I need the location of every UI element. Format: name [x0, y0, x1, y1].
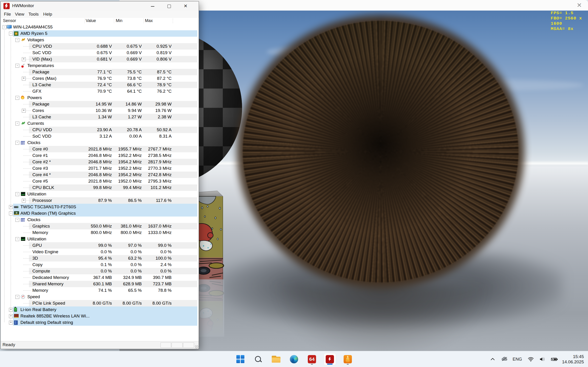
- close-button[interactable]: ✕: [179, 1, 193, 11]
- sensor-row[interactable]: 3D 95.4 % 63.2 % 100.0 %: [1, 255, 199, 261]
- sensor-row[interactable]: L3 Cache 72.4 °C 66.6 °C 78.9 °C: [1, 82, 199, 88]
- file-explorer-button[interactable]: [270, 353, 282, 365]
- menu-tools[interactable]: Tools: [27, 11, 40, 18]
- expander-icon[interactable]: +: [22, 57, 26, 61]
- battery-charging-icon[interactable]: [551, 356, 556, 362]
- sensor-row[interactable]: Core #0 2021.8 MHz 1955.7 MHz 2767.7 MHz: [1, 146, 199, 152]
- expander-icon[interactable]: -: [15, 38, 19, 42]
- sensor-row[interactable]: - Powers: [1, 94, 199, 101]
- expander-icon[interactable]: +: [22, 77, 26, 81]
- sensor-row[interactable]: L3 Cache 1.34 W 1.27 W 2.38 W: [1, 114, 199, 120]
- furmark-button[interactable]: [342, 353, 354, 365]
- expander-icon[interactable]: -: [15, 122, 19, 125]
- sensor-row[interactable]: - Speed: [1, 294, 199, 300]
- col-min[interactable]: Min: [116, 18, 122, 24]
- onedrive-cloud-icon[interactable]: [501, 356, 507, 362]
- sensor-row[interactable]: Core #4 * 2046.8 MHz 1954.2 MHz 2742.8 M…: [1, 172, 199, 178]
- sensor-row[interactable]: Graphics 550.0 MHz 381.0 MHz 1637.0 MHz: [1, 223, 199, 229]
- expander-icon[interactable]: -: [15, 295, 19, 299]
- sensor-row[interactable]: - AMD Radeon (TM) Graphics: [1, 210, 199, 217]
- expander-icon[interactable]: -: [15, 96, 19, 100]
- sensor-row[interactable]: GFX 70.9 °C 64.1 °C 76.2 °C: [1, 88, 199, 94]
- menu-view[interactable]: View: [14, 11, 26, 18]
- expander-icon[interactable]: -: [2, 25, 6, 29]
- col-value[interactable]: Value: [86, 18, 96, 24]
- expander-icon[interactable]: +: [9, 205, 13, 209]
- sensor-row[interactable]: CPU BCLK 99.8 MHz 99.4 MHz 101.2 MHz: [1, 184, 199, 191]
- start-button[interactable]: [234, 353, 246, 365]
- sensor-row[interactable]: + Li-ion Real Battery: [1, 307, 199, 313]
- expander-icon[interactable]: -: [15, 237, 19, 241]
- column-divider[interactable]: [173, 18, 173, 23]
- sensor-row[interactable]: - Voltages: [1, 37, 199, 43]
- tray-chevron-up-icon[interactable]: [490, 356, 496, 362]
- close-icon[interactable]: ✕: [575, 1, 584, 9]
- expander-icon[interactable]: -: [9, 211, 13, 215]
- sensor-row[interactable]: GPU 99.0 % 97.0 % 99.0 %: [1, 242, 199, 249]
- sensor-row[interactable]: Memory 74.1 % 65.5 % 78.8 %: [1, 287, 199, 294]
- sensor-row[interactable]: - Utilization: [1, 191, 199, 197]
- sensor-row[interactable]: + Cores 10.36 W 9.94 W 19.76 W: [1, 107, 199, 114]
- expander-icon[interactable]: +: [9, 314, 13, 318]
- expander-icon[interactable]: +: [9, 308, 13, 312]
- column-header[interactable]: Sensor Value Min Max: [1, 18, 199, 24]
- expander-icon[interactable]: +: [22, 199, 26, 202]
- expander-icon[interactable]: +: [9, 321, 13, 325]
- sensor-row[interactable]: SoC VDD 0.675 V 0.669 V 0.819 V: [1, 50, 199, 56]
- sensor-row[interactable]: Core #3 2071.7 MHz 1952.2 MHz 2770.3 MHz: [1, 165, 199, 172]
- sensor-row[interactable]: Video Engine 0.0 % 0.0 % 0.0 %: [1, 249, 199, 255]
- sensor-row[interactable]: PCIe Link Speed 8.00 GT/s 8.00 GT/s 8.00…: [1, 300, 199, 307]
- sensor-row[interactable]: - Clocks: [1, 217, 199, 223]
- expander-icon[interactable]: -: [15, 218, 19, 222]
- sensor-row[interactable]: Package 14.95 W 14.86 W 29.98 W: [1, 101, 199, 107]
- column-divider[interactable]: [85, 18, 85, 23]
- sensor-row[interactable]: - Clocks: [1, 140, 199, 146]
- sensor-row[interactable]: + Default string Default string: [1, 319, 199, 326]
- expander-icon[interactable]: -: [9, 32, 13, 35]
- maximize-button[interactable]: [162, 1, 176, 11]
- sensor-row[interactable]: Dedicated Memory 367.4 MB 324.9 MB 390.7…: [1, 274, 199, 281]
- language-indicator[interactable]: ENG: [513, 357, 522, 362]
- search-button[interactable]: [252, 353, 264, 365]
- sensor-row[interactable]: - WIN-L2A48AM4C55: [1, 24, 199, 30]
- expander-icon[interactable]: -: [15, 64, 19, 68]
- sensor-row[interactable]: - Currents: [1, 120, 199, 127]
- sensor-row[interactable]: + Processor 87.9 % 86.5 % 117.6 %: [1, 197, 199, 204]
- sensor-row[interactable]: Shared Memory 630.1 MB 628.9 MB 723.7 MB: [1, 281, 199, 287]
- sensor-row[interactable]: + Realtek 8852BE Wireless LAN Wi...: [1, 313, 199, 319]
- resize-grip[interactable]: [195, 345, 199, 349]
- sensor-row[interactable]: Memory 800.0 MHz 800.0 MHz 1333.0 MHz: [1, 229, 199, 236]
- sensor-row[interactable]: Compute 0.0 % 0.0 % 0.0 %: [1, 268, 199, 274]
- minimize-button[interactable]: [145, 1, 160, 11]
- sensor-row[interactable]: Core #5 2021.8 MHz 1952.0 MHz 2795.3 MHz: [1, 178, 199, 184]
- sensor-row[interactable]: - Temperatures: [1, 62, 199, 69]
- col-max[interactable]: Max: [145, 18, 153, 24]
- volume-icon[interactable]: [539, 356, 545, 362]
- sensor-row[interactable]: CPU VDD 23.90 A 20.78 A 50.92 A: [1, 127, 199, 133]
- sensor-row[interactable]: CPU VDD 0.688 V 0.675 V 0.925 V: [1, 43, 199, 50]
- cpu-z-button[interactable]: 64: [306, 353, 318, 365]
- titlebar[interactable]: HWMonitor ✕: [1, 1, 199, 11]
- expander-icon[interactable]: -: [15, 192, 19, 196]
- sensor-row[interactable]: Core #1 2046.8 MHz 1952.2 MHz 2738.5 MHz: [1, 152, 199, 159]
- wifi-icon[interactable]: [527, 356, 534, 362]
- sensor-row[interactable]: + Cores (Max) 76.9 °C 73.8 °C 87.2 °C: [1, 75, 199, 82]
- sensor-row[interactable]: Core #2 * 2046.8 MHz 1954.2 MHz 2817.9 M…: [1, 159, 199, 165]
- edge-button[interactable]: [288, 353, 300, 365]
- col-sensor[interactable]: Sensor: [3, 18, 16, 24]
- sensor-row[interactable]: - AMD Ryzen 5: [1, 30, 199, 37]
- clock[interactable]: 15:45 14.06.2025: [562, 354, 584, 365]
- sensor-row[interactable]: + VID (Max) 0.681 V 0.669 V 0.806 V: [1, 56, 199, 62]
- sensor-row[interactable]: Package 77.1 °C 75.5 °C 87.5 °C: [1, 69, 199, 75]
- hwmonitor-taskbar-button[interactable]: [324, 353, 336, 365]
- column-divider[interactable]: [114, 18, 114, 23]
- menu-file[interactable]: File: [2, 11, 12, 18]
- sensor-row[interactable]: + TWSC TSC3AN1T0-F2T60S: [1, 204, 199, 210]
- sensor-row[interactable]: - Utilization: [1, 236, 199, 242]
- menu-help[interactable]: Help: [42, 11, 53, 18]
- sensor-row[interactable]: Copy 0.1 % 0.0 % 2.4 %: [1, 261, 199, 268]
- column-divider[interactable]: [144, 18, 144, 23]
- expander-icon[interactable]: +: [22, 109, 26, 113]
- sensor-row[interactable]: SoC VDD 3.12 A 0.00 A 8.31 A: [1, 133, 199, 140]
- expander-icon[interactable]: -: [15, 141, 19, 145]
